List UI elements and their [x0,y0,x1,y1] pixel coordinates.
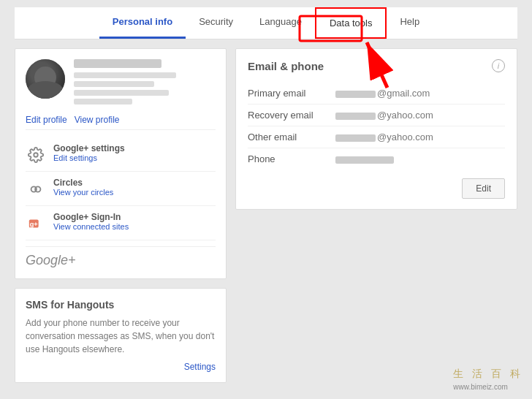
tab-data-tools[interactable]: Data tools [315,7,387,39]
svg-point-0 [34,153,38,157]
google-plus-settings-text: Google+ settings Edit settings [53,143,125,162]
other-email-blurred [335,134,376,142]
sms-card: SMS for Hangouts Add your phone number t… [15,288,227,383]
profile-links: Edit profile View profile [26,115,216,125]
primary-email-blurred [335,91,376,98]
email-phone-card: Email & phone i Primary email @gmail.com… [235,48,517,210]
circles-icon [26,179,46,200]
view-connected-sites-link[interactable]: View connected sites [53,222,129,231]
other-email-domain: @yahoo.com [377,132,433,142]
view-circles-link[interactable]: View your circles [53,188,113,197]
profile-line-4 [74,99,132,104]
watermark: 生 活 百 科 www.bimeiz.com [453,365,523,393]
tab-language[interactable]: Language [246,7,315,39]
google-plus-settings-title: Google+ settings [53,143,125,153]
gplus-signin-text: Google+ Sign-In View connected sites [53,212,129,231]
circles-text: Circles View your circles [53,178,113,197]
sms-title: SMS for Hangouts [26,299,216,311]
card-header: Email & phone i [248,59,505,72]
recovery-email-label: Recovery email [248,110,335,121]
google-plus-section: Google+ settings Edit settings Ci [26,129,216,268]
profile-name-bar [74,59,162,68]
circles-title: Circles [53,178,113,188]
edit-profile-link[interactable]: Edit profile [26,115,67,125]
recovery-email-row: Recovery email @yahoo.com [248,104,505,126]
tab-personal-info[interactable]: Personal info [99,7,186,39]
google-plus-edit-settings-link[interactable]: Edit settings [53,153,125,162]
phone-value [335,153,395,164]
primary-email-row: Primary email @gmail.com [248,83,505,104]
profile-top [26,59,216,107]
tab-help[interactable]: Help [387,7,433,39]
gplus-signin-icon: g+ [26,213,46,234]
recovery-email-blurred [335,113,376,120]
gplus-signin-item: g+ Google+ Sign-In View connected sites [26,206,216,240]
profile-line-3 [74,90,169,96]
tab-security[interactable]: Security [186,7,246,39]
gear-icon [26,145,46,165]
profile-card: Edit profile View profile Google+ [15,48,227,279]
recovery-email-value: @yahoo.com [335,110,433,121]
avatar-image [26,59,65,99]
phone-blurred [335,156,394,164]
google-plus-logo: Google+ [26,246,216,268]
top-navigation: Personal info Security Language Data too… [15,7,517,39]
sms-description: Add your phone number to receive your co… [26,316,216,356]
profile-line-2 [74,81,154,87]
profile-text [74,59,216,107]
email-phone-title: Email & phone [248,60,324,72]
view-profile-link[interactable]: View profile [75,115,120,125]
other-email-label: Other email [248,132,335,142]
other-email-row: Other email @yahoo.com [248,126,505,148]
right-panel: Email & phone i Primary email @gmail.com… [235,48,517,383]
edit-button[interactable]: Edit [462,178,505,199]
primary-email-value: @gmail.com [335,88,430,99]
primary-email-label: Primary email [248,88,335,99]
watermark-text: 生 活 百 科 [453,365,523,381]
gplus-signin-title: Google+ Sign-In [53,212,129,222]
main-content: Edit profile View profile Google+ [15,48,517,383]
recovery-email-domain: @yahoo.com [377,110,433,121]
avatar [26,59,65,99]
phone-row: Phone [248,148,505,170]
info-icon[interactable]: i [492,59,505,72]
primary-email-domain: @gmail.com [377,88,430,99]
other-email-value: @yahoo.com [335,132,433,142]
watermark-url: www.bimeiz.com [453,381,523,393]
left-panel: Edit profile View profile Google+ [15,48,227,383]
svg-text:g+: g+ [30,221,38,228]
profile-line-1 [74,72,176,78]
sms-settings-link[interactable]: Settings [26,362,216,372]
circles-item: Circles View your circles [26,172,216,206]
phone-label: Phone [248,153,335,164]
google-plus-settings-item: Google+ settings Edit settings [26,137,216,172]
